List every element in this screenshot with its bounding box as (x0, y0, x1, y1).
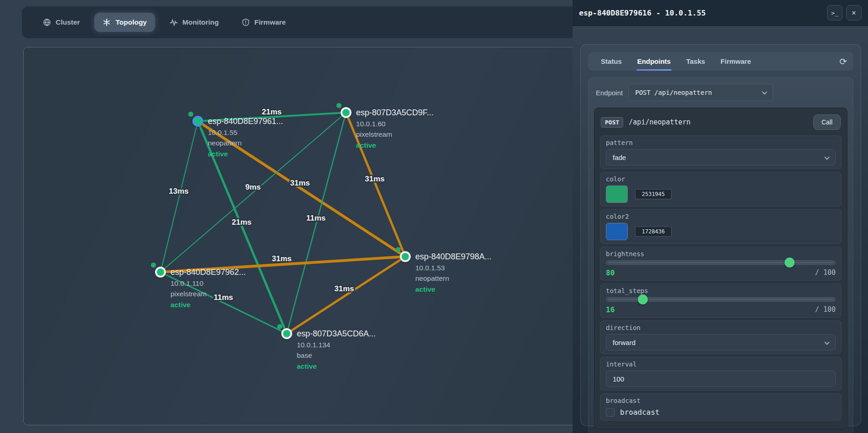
device-node[interactable] (341, 107, 351, 118)
endpoint-select[interactable]: POST /api/neopattern (628, 84, 773, 101)
nav-item-firmware[interactable]: Firmware (233, 13, 294, 32)
panel-body: Status Endpoints Tasks Firmware ⟳ Endpoi… (573, 26, 868, 426)
refresh-icon[interactable]: ⟳ (839, 57, 847, 66)
node-label: esp-840D8E9798A...10.0.1.53neopatternact… (415, 252, 491, 294)
select-value: fade (613, 154, 626, 161)
field-row-brightness: brightness80/ 100 (600, 247, 842, 281)
field-control: 16/ 100 (606, 297, 836, 314)
color-value-input[interactable]: 2531945 (635, 189, 672, 199)
color2-value-input[interactable]: 1728436 (635, 227, 672, 237)
node-label-nm: esp-807D3A5CD9F... (356, 108, 434, 119)
node-label-ip: 10.0.1.55 (208, 127, 283, 138)
device-node[interactable] (155, 267, 166, 278)
node-status-dot (336, 103, 341, 108)
field-control: 1728436 (606, 223, 836, 240)
field-row-color2: color21728436 (600, 209, 842, 244)
method-badge: POST (601, 117, 623, 128)
edge-latency-label: 9ms (245, 183, 261, 191)
checkbox-label: broadcast (620, 408, 660, 417)
edge-latency-label: 13ms (169, 187, 188, 196)
edge-latency-label: 31ms (334, 284, 354, 293)
broadcast-checkbox[interactable] (606, 408, 615, 417)
nav-item-monitoring[interactable]: Monitoring (161, 13, 227, 32)
interval-input[interactable]: 100 (606, 371, 836, 387)
pattern-select[interactable]: fade (606, 149, 836, 165)
monitoring-icon (170, 18, 178, 26)
panel-tabbar: Status Endpoints Tasks Firmware ⟳ (588, 52, 853, 71)
slider-current-value: 16 (606, 305, 615, 314)
total_steps-slider[interactable] (606, 297, 836, 302)
node-label-st: active (356, 140, 434, 151)
field-label: interval (606, 361, 836, 368)
field-control: broadcast (606, 407, 836, 417)
slider-max-value: / 100 (815, 268, 836, 277)
node-label-nm: esp-840D8E9798A... (415, 252, 491, 263)
field-label: direction (606, 324, 836, 332)
nav-item-topology[interactable]: Topology (94, 13, 155, 32)
device-detail-panel: esp-840D8E979616 - 10.0.1.55 >_ ✕ Status… (573, 0, 868, 433)
call-button[interactable]: Call (813, 114, 841, 130)
nav-label: Topology (115, 18, 147, 26)
node-label-ip: 10.0.1.110 (170, 278, 246, 289)
color2-swatch[interactable] (606, 223, 628, 240)
node-label-ip: 10.0.1.60 (356, 119, 434, 129)
field-row-pattern: patternfade (600, 135, 842, 169)
node-status-dot (396, 247, 401, 252)
nav-item-cluster[interactable]: Cluster (35, 13, 88, 32)
nav-label: Cluster (56, 18, 80, 26)
node-label-ip: 10.0.1.53 (415, 263, 491, 273)
chevron-down-icon (762, 89, 767, 94)
chevron-down-icon (824, 155, 829, 160)
globe-icon (43, 18, 51, 26)
terminal-button[interactable]: >_ (827, 5, 842, 21)
brightness-slider-thumb[interactable] (785, 258, 795, 268)
total_steps-slider-thumb[interactable] (638, 294, 648, 304)
field-row-broadcast: broadcastbroadcast (600, 393, 842, 421)
node-label-st: active (208, 149, 283, 160)
tab-firmware[interactable]: Firmware (714, 52, 758, 71)
tab-label: Endpoints (637, 57, 671, 65)
device-card: Status Endpoints Tasks Firmware ⟳ Endpoi… (580, 44, 861, 426)
node-label-st: active (297, 361, 376, 372)
slider-track-fill (608, 262, 834, 263)
edge-latency-label: 31ms (290, 179, 310, 187)
nav-label: Monitoring (182, 18, 219, 26)
device-node[interactable] (192, 116, 203, 127)
endpoint-selector-row: Endpoint POST /api/neopattern (594, 83, 847, 108)
close-button[interactable]: ✕ (846, 5, 862, 21)
tab-status[interactable]: Status (594, 52, 628, 71)
color-swatch[interactable] (606, 186, 628, 203)
field-control: forward (606, 334, 836, 351)
device-node[interactable] (400, 251, 411, 262)
request-header: POST /api/neopattern Call (600, 113, 842, 135)
field-label: total_steps (606, 287, 836, 295)
panel-title: esp-840D8E979616 - 10.0.1.55 (579, 9, 823, 17)
tab-endpoints[interactable]: Endpoints (631, 52, 677, 71)
device-node[interactable] (281, 328, 292, 339)
edge-latency-label: 31ms (272, 254, 291, 263)
topology-icon (103, 18, 111, 26)
field-label: color (606, 175, 836, 183)
endpoints-section: Endpoint POST /api/neopattern POST /api/… (588, 77, 853, 433)
node-label-ip: 10.0.1.134 (297, 340, 376, 351)
nav-label: Firmware (254, 18, 286, 26)
node-status-dot (151, 263, 156, 268)
field-label: brightness (606, 250, 836, 258)
field-control: 80/ 100 (606, 260, 836, 277)
node-label-st: active (415, 284, 491, 295)
node-label: esp-807D3A5CD6A...10.0.1.134baseactive (297, 329, 376, 371)
close-icon: ✕ (852, 10, 857, 16)
node-label-rl: base (297, 350, 376, 361)
field-row-interval: interval100 (600, 357, 842, 391)
brightness-slider[interactable] (606, 260, 836, 265)
node-label: esp-807D3A5CD9F...10.0.1.60pixelstreamac… (356, 108, 434, 150)
field-label: pattern (606, 139, 836, 147)
node-label: esp-840D8E97962...10.0.1.110pixelstreama… (170, 267, 246, 310)
chevron-down-icon (824, 340, 829, 345)
direction-select[interactable]: forward (606, 334, 836, 351)
node-label-nm: esp-840D8E97961... (208, 116, 283, 127)
endpoint-selector-label: Endpoint (596, 89, 623, 97)
field-label: broadcast (606, 397, 836, 405)
tab-tasks[interactable]: Tasks (680, 52, 711, 71)
field-row-color: color2531945 (600, 172, 842, 206)
